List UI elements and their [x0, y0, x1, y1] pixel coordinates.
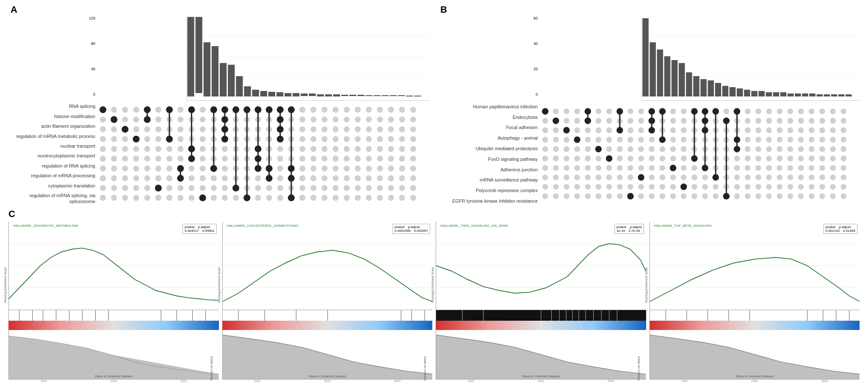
- panel-c-label: C: [8, 209, 15, 219]
- y-axis-label2-3: Ranked List Metric: [423, 356, 426, 381]
- dot-a-14-6: [254, 165, 261, 172]
- set-label-b-3: Autophagy - animal: [438, 135, 538, 141]
- svg-point-508: [777, 146, 782, 152]
- x-axis-label-2: Rank in Ordered Dataset: [223, 374, 433, 378]
- svg-point-265: [410, 175, 416, 181]
- svg-point-214: [166, 165, 172, 171]
- svg-point-57: [355, 107, 361, 113]
- svg-rect-16: [276, 92, 283, 96]
- set-label-b-0: Human papillomavirus infection: [438, 104, 538, 110]
- svg-point-576: [574, 174, 580, 180]
- svg-point-313: [299, 195, 305, 201]
- svg-rect-22: [325, 94, 332, 96]
- svg-point-563: [745, 165, 751, 171]
- svg-point-227: [310, 165, 316, 171]
- svg-point-527: [670, 156, 676, 162]
- svg-point-623: [766, 184, 772, 190]
- gsea-plot-3: Running Enrichment Score HALLMARK_TNFA_S…: [436, 222, 646, 382]
- dot-a-17-7: [288, 175, 295, 182]
- svg-rect-363: [802, 94, 808, 96]
- upset-b-container: 60 40 20 0: [438, 12, 860, 206]
- svg-point-144: [355, 136, 361, 142]
- svg-point-89: [388, 116, 394, 122]
- x-ticks-2: 100020003000: [222, 380, 433, 382]
- padjust-label-4: p.adjust: [839, 225, 851, 229]
- gsea-metric-2: Ranked List Metric Rank in Ordered Datas…: [222, 330, 433, 380]
- svg-point-146: [377, 136, 383, 142]
- svg-point-449: [766, 127, 772, 133]
- svg-point-207: [410, 156, 416, 162]
- set-label-a-2: actin filament organization: [8, 124, 95, 129]
- svg-point-212: [144, 165, 150, 171]
- svg-point-642: [660, 193, 666, 199]
- svg-point-112: [321, 126, 327, 132]
- svg-point-457: [542, 137, 548, 143]
- svg-point-609: [617, 184, 623, 190]
- svg-point-93: [111, 126, 117, 132]
- dot-grid-b: [540, 102, 860, 206]
- svg-point-121: [100, 136, 106, 142]
- dot-a-7-7: [177, 175, 184, 182]
- svg-point-216: [188, 165, 194, 171]
- svg-point-428: [542, 127, 548, 133]
- svg-rect-23: [333, 94, 340, 96]
- x-axis-label-4: Rank in Ordered Dataset: [650, 374, 860, 378]
- svg-rect-7: [204, 42, 210, 96]
- svg-point-493: [617, 146, 623, 152]
- svg-rect-20: [309, 94, 315, 96]
- svg-rect-357: [758, 91, 764, 96]
- svg-point-292: [388, 185, 394, 191]
- svg-point-528: [681, 156, 687, 162]
- svg-point-483: [819, 137, 825, 143]
- svg-point-96: [144, 126, 150, 132]
- svg-point-143: [344, 136, 350, 142]
- svg-point-168: [299, 146, 305, 152]
- svg-point-450: [777, 127, 782, 133]
- svg-point-526: [660, 156, 666, 162]
- svg-point-318: [355, 195, 361, 201]
- svg-point-448: [755, 127, 761, 133]
- svg-point-179: [100, 156, 106, 162]
- svg-rect-352: [722, 86, 728, 96]
- svg-point-654: [788, 193, 793, 199]
- svg-point-571: [830, 165, 836, 171]
- svg-point-211: [133, 165, 139, 171]
- svg-point-554: [649, 165, 655, 171]
- svg-point-176: [388, 146, 394, 152]
- dot-b-17-9: [723, 193, 730, 199]
- svg-point-522: [617, 156, 623, 162]
- svg-point-323: [410, 195, 416, 201]
- svg-point-492: [606, 146, 612, 152]
- svg-rect-362: [795, 94, 801, 96]
- svg-point-608: [606, 184, 612, 190]
- bar-chart-b-svg: [642, 16, 860, 96]
- svg-point-264: [399, 175, 405, 181]
- svg-point-401: [564, 118, 569, 124]
- y-axis-label-3: Running Enrichment Score: [431, 267, 434, 303]
- svg-point-173: [355, 146, 361, 152]
- svg-point-622: [755, 184, 761, 190]
- dot-a-8-5: [188, 155, 195, 162]
- panel-b-label: B: [440, 4, 447, 15]
- svg-point-390: [755, 109, 761, 115]
- svg-point-603: [553, 184, 559, 190]
- svg-point-515: [542, 156, 548, 162]
- svg-point-272: [166, 185, 172, 191]
- svg-point-236: [410, 165, 416, 171]
- svg-point-122: [111, 136, 117, 142]
- svg-point-118: [388, 126, 394, 132]
- pvalue-val-1: 0.004217: [185, 229, 199, 233]
- svg-point-280: [255, 185, 261, 191]
- svg-rect-15: [268, 92, 275, 96]
- set-labels-b: Human papillomavirus infection Endocytos…: [438, 102, 540, 206]
- stats-box-2: pvalue p.adjust 0.0001599 0.002957: [393, 224, 430, 234]
- svg-point-317: [344, 195, 350, 201]
- svg-point-180: [111, 156, 117, 162]
- svg-rect-11: [236, 76, 243, 96]
- ytick-a-2: 80: [91, 41, 95, 46]
- dot-b-10-2: [649, 127, 655, 133]
- svg-point-548: [585, 165, 591, 171]
- svg-point-145: [366, 136, 372, 142]
- svg-point-649: [734, 193, 740, 199]
- svg-point-307: [233, 195, 239, 201]
